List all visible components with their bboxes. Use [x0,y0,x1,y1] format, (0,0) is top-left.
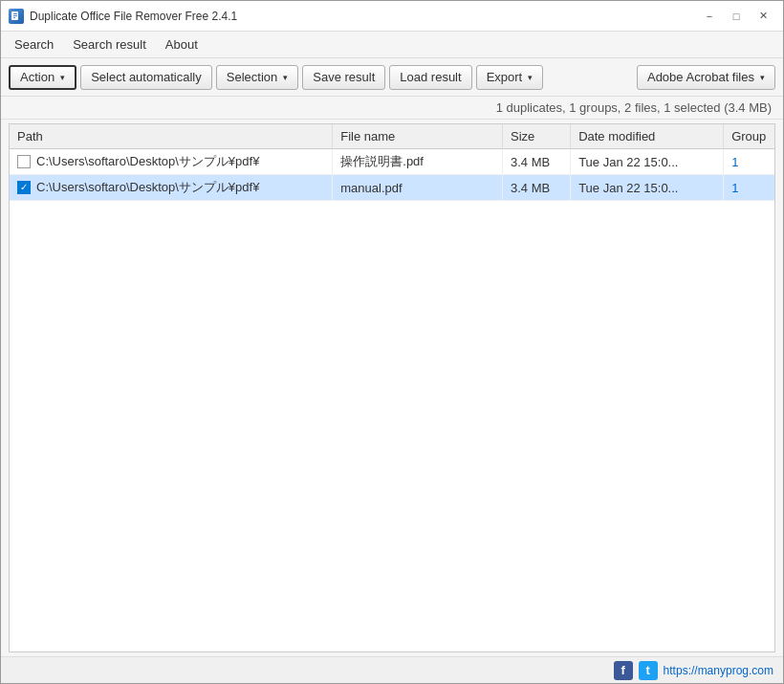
title-bar-left: Duplicate Office File Remover Free 2.4.1 [9,9,237,24]
row-date-1: Tue Jan 22 15:0... [571,175,724,201]
filter-button[interactable]: Adobe Acrobat files ▾ [637,65,775,90]
svg-rect-3 [13,17,15,18]
action-button[interactable]: Action ▾ [9,65,76,90]
selection-button[interactable]: Selection ▾ [216,65,298,90]
close-button[interactable]: ✕ [751,7,775,26]
table-row[interactable]: C:\Users\softaro\Desktop\サンプル¥pdf¥操作説明書.… [10,149,774,175]
facebook-icon[interactable]: f [614,661,633,680]
main-window: Duplicate Office File Remover Free 2.4.1… [0,0,784,684]
results-table-container[interactable]: Path File name Size Date modified Group [9,123,775,652]
table-row[interactable]: C:\Users\softaro\Desktop\サンプル¥pdf¥manual… [10,175,774,201]
col-header-group[interactable]: Group [724,124,774,149]
menu-about[interactable]: About [156,33,207,55]
select-automatically-button[interactable]: Select automatically [80,65,212,90]
export-button[interactable]: Export ▾ [476,65,544,90]
save-result-button[interactable]: Save result [302,65,385,90]
toolbar: Action ▾ Select automatically Selection … [1,58,783,97]
row-path-0: C:\Users\softaro\Desktop\サンプル¥pdf¥ [36,153,259,170]
menu-search[interactable]: Search [5,33,63,55]
svg-rect-1 [13,13,17,14]
twitter-icon[interactable]: t [639,661,658,680]
title-bar-controls: − □ ✕ [697,7,775,26]
title-bar: Duplicate Office File Remover Free 2.4.1… [1,1,783,32]
bottom-bar: f t https://manyprog.com [1,656,783,683]
row-filename-0: 操作説明書.pdf [333,149,503,175]
svg-rect-2 [13,15,17,16]
row-size-1: 3.4 MB [503,175,571,201]
row-checkbox-1[interactable] [17,181,31,194]
results-table: Path File name Size Date modified Group [10,124,774,201]
row-group-0: 1 [724,149,774,175]
selection-dropdown-arrow: ▾ [283,73,288,82]
status-bar: 1 duplicates, 1 groups, 2 files, 1 selec… [1,97,783,120]
col-header-filename[interactable]: File name [333,124,503,149]
minimize-button[interactable]: − [697,7,722,26]
row-checkbox-0[interactable] [17,155,31,168]
row-group-1: 1 [724,175,774,201]
col-header-date[interactable]: Date modified [571,124,724,149]
app-icon [9,9,24,24]
row-date-0: Tue Jan 22 15:0... [571,149,724,175]
row-size-0: 3.4 MB [503,149,571,175]
status-text: 1 duplicates, 1 groups, 2 files, 1 selec… [496,100,772,115]
menu-bar: Search Search result About [1,32,783,58]
export-dropdown-arrow: ▾ [528,73,533,82]
row-path-1: C:\Users\softaro\Desktop\サンプル¥pdf¥ [36,179,259,196]
table-header-row: Path File name Size Date modified Group [10,124,774,149]
col-header-size[interactable]: Size [503,124,571,149]
website-link[interactable]: https://manyprog.com [664,664,773,677]
window-title: Duplicate Office File Remover Free 2.4.1 [30,10,237,23]
row-filename-1: manual.pdf [333,175,503,201]
load-result-button[interactable]: Load result [389,65,471,90]
filter-dropdown-arrow: ▾ [760,73,765,82]
action-dropdown-arrow: ▾ [60,73,65,82]
menu-search-result[interactable]: Search result [63,33,156,55]
col-header-path[interactable]: Path [10,124,333,149]
maximize-button[interactable]: □ [724,7,749,26]
